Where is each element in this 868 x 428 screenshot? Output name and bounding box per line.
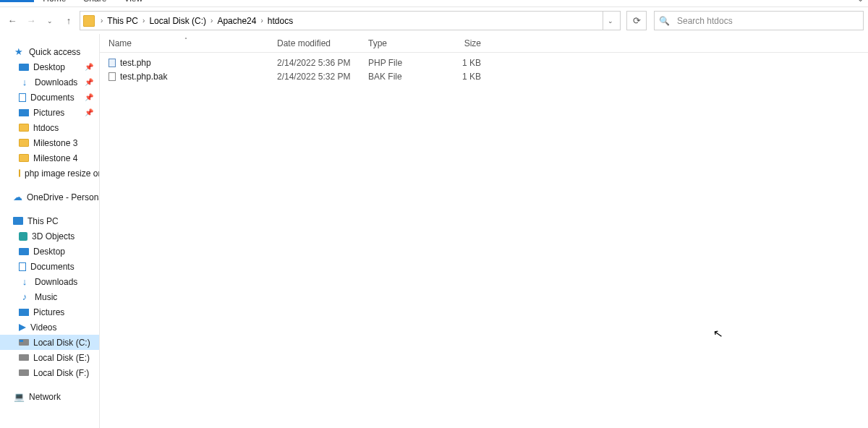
sidebar-item[interactable]: Local Disk (F:)	[0, 365, 99, 380]
download-icon: ↓	[19, 277, 30, 287]
sort-indicator-icon: ˄	[184, 37, 187, 43]
sidebar-item-label: Milestone 4	[33, 153, 77, 163]
file-size: 1 KB	[438, 72, 488, 82]
chevron-right-icon[interactable]: ›	[259, 17, 264, 25]
sidebar-item[interactable]: htdocs	[0, 120, 99, 135]
sidebar-item-label: Quick access	[29, 47, 80, 57]
sidebar-item[interactable]: ♪Music	[0, 289, 99, 304]
file-row[interactable]: test.php2/14/2022 5:36 PMPHP File1 KB	[100, 56, 868, 69]
ribbon-tab-file[interactable]: File	[0, 0, 34, 2]
sidebar-item-label: php image resize or	[25, 168, 100, 179]
sidebar-item[interactable]: 3D Objects	[0, 228, 99, 244]
address-bar[interactable]: › This PC › Local Disk (C:) › Apache24 ›…	[80, 11, 621, 30]
sidebar-item[interactable]: Documents📌	[0, 90, 99, 105]
sidebar-item-label: Documents	[30, 262, 75, 272]
column-header-date[interactable]: Date modified	[268, 38, 359, 48]
file-date: 2/14/2022 5:36 PM	[268, 58, 359, 68]
file-icon	[109, 72, 116, 81]
folder-icon	[19, 154, 29, 162]
ribbon-expand-icon[interactable]: ⌄	[852, 0, 868, 7]
desktop-icon	[19, 248, 29, 255]
folder-icon	[83, 15, 95, 27]
sidebar-quick-access[interactable]: ★ Quick access	[0, 44, 99, 59]
breadcrumb-this-pc[interactable]: This PC	[104, 16, 141, 26]
file-date: 2/14/2022 5:32 PM	[268, 72, 359, 82]
pin-icon: 📌	[85, 63, 93, 71]
pin-icon: 📌	[85, 108, 93, 116]
music-icon: ♪	[19, 292, 30, 302]
back-button[interactable]: ←	[4, 13, 20, 29]
desktop-icon	[19, 64, 29, 71]
ribbon-tab-view[interactable]: View	[115, 0, 151, 5]
video-icon	[19, 324, 26, 331]
sidebar-onedrive[interactable]: ☁ OneDrive - Personal	[0, 189, 99, 205]
forward-button[interactable]: →	[23, 13, 39, 29]
folder-icon	[19, 139, 29, 147]
3d-objects-icon	[19, 232, 27, 241]
sidebar-item-label: Desktop	[33, 62, 65, 72]
sidebar-item-label: Pictures	[33, 108, 64, 118]
pc-icon	[13, 217, 23, 225]
address-history-dropdown[interactable]: ⌄	[603, 12, 617, 30]
breadcrumb-htdocs[interactable]: htdocs	[265, 16, 296, 26]
sidebar-item[interactable]: Milestone 4	[0, 150, 99, 166]
sidebar-item-label: Downloads	[35, 77, 77, 87]
sidebar-item[interactable]: Local Disk (C:)	[0, 335, 99, 350]
file-size: 1 KB	[438, 58, 488, 68]
sidebar-item-label: Local Disk (C:)	[33, 338, 90, 348]
search-input[interactable]	[676, 15, 859, 27]
sidebar-item-label: Milestone 3	[33, 138, 77, 148]
folder-icon	[19, 124, 29, 132]
sidebar-item[interactable]: ↓Downloads📌	[0, 74, 99, 90]
sidebar-item[interactable]: Local Disk (E:)	[0, 350, 99, 365]
main-area: ★ Quick access Desktop📌↓Downloads📌Docume…	[0, 34, 868, 428]
sidebar-item[interactable]: Desktop	[0, 244, 99, 259]
pin-icon: 📌	[85, 78, 93, 86]
pin-icon: 📌	[85, 93, 93, 101]
chevron-right-icon[interactable]: ›	[141, 17, 146, 25]
column-header-size[interactable]: Size	[438, 38, 488, 48]
mouse-cursor-icon: ↖	[712, 326, 723, 341]
sidebar-this-pc[interactable]: This PC	[0, 213, 99, 228]
ribbon-tab-home[interactable]: Home	[34, 0, 75, 5]
sidebar-item[interactable]: Documents	[0, 259, 99, 274]
sidebar-network[interactable]: 💻 Network	[0, 389, 99, 404]
chevron-right-icon[interactable]: ›	[209, 17, 214, 25]
sidebar-item-label: OneDrive - Personal	[27, 192, 100, 202]
sidebar-item[interactable]: Pictures	[0, 304, 99, 320]
sidebar-item[interactable]: Videos	[0, 320, 99, 335]
chevron-right-icon[interactable]: ›	[99, 17, 104, 25]
sidebar-item[interactable]: php image resize or	[0, 166, 99, 181]
ribbon-tab-share[interactable]: Share	[75, 0, 115, 5]
navigation-bar: ← → ⌄ ↑ › This PC › Local Disk (C:) › Ap…	[0, 7, 868, 34]
document-icon	[19, 262, 26, 271]
sidebar-item-label: Documents	[30, 93, 75, 103]
sidebar-item-label: Music	[35, 292, 57, 302]
sidebar-item-label: 3D Objects	[32, 231, 75, 241]
file-rows: test.php2/14/2022 5:36 PMPHP File1 KBtes…	[100, 53, 868, 83]
cloud-icon: ☁	[13, 192, 22, 202]
search-icon: 🔍	[659, 16, 670, 26]
sidebar-item[interactable]: ↓Downloads	[0, 274, 99, 289]
document-icon	[19, 93, 26, 102]
breadcrumb-local-disk-c[interactable]: Local Disk (C:)	[146, 16, 209, 26]
column-header-name[interactable]: Name ˄	[100, 38, 268, 48]
refresh-button[interactable]: ⟳	[626, 11, 647, 30]
download-icon: ↓	[19, 77, 30, 87]
sidebar-item[interactable]: Desktop📌	[0, 59, 99, 74]
column-header-type[interactable]: Type	[359, 38, 438, 48]
sidebar-item-label: This PC	[27, 216, 59, 226]
sidebar-item-label: Local Disk (E:)	[33, 353, 90, 363]
sidebar-item[interactable]: Milestone 3	[0, 135, 99, 150]
sidebar-item[interactable]: Pictures📌	[0, 105, 99, 120]
recent-locations-button[interactable]: ⌄	[42, 13, 58, 29]
file-row[interactable]: test.php.bak2/14/2022 5:32 PMBAK File1 K…	[100, 69, 868, 83]
up-button[interactable]: ↑	[61, 13, 77, 29]
picture-icon	[19, 109, 29, 116]
network-icon: 💻	[13, 392, 25, 402]
breadcrumb-apache24[interactable]: Apache24	[214, 16, 259, 26]
sidebar-item-label: Downloads	[35, 277, 77, 287]
sidebar-item-label: Desktop	[33, 247, 65, 257]
disk-icon	[19, 339, 29, 346]
search-box[interactable]: 🔍	[654, 11, 864, 30]
